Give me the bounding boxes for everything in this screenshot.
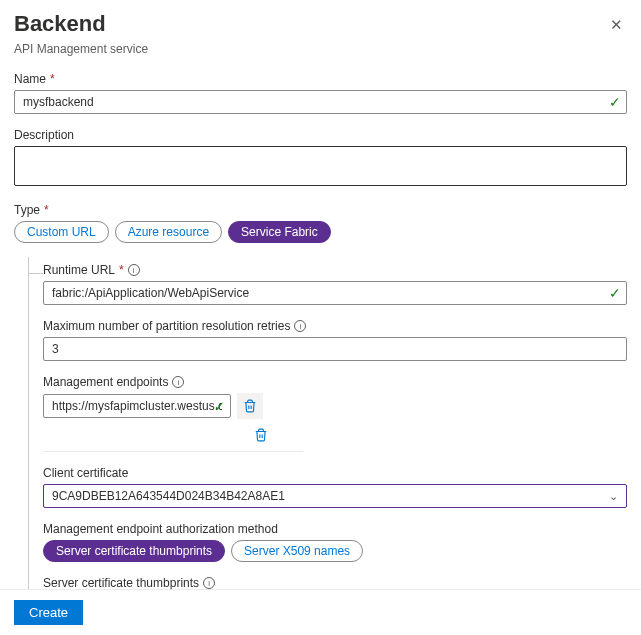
auth-pill-x509[interactable]: Server X509 names: [231, 540, 363, 562]
description-input[interactable]: [14, 146, 627, 186]
close-icon[interactable]: ✕: [606, 12, 627, 38]
panel-title: Backend: [14, 12, 106, 36]
runtime-url-label: Runtime URL* i: [43, 263, 627, 277]
runtime-url-input[interactable]: [43, 281, 627, 305]
type-label: Type*: [14, 203, 627, 217]
info-icon[interactable]: i: [172, 376, 184, 388]
auth-method-label: Management endpoint authorization method: [43, 522, 627, 536]
mgmt-endpoints-label: Management endpoints i: [43, 375, 627, 389]
description-label: Description: [14, 128, 627, 142]
trash-icon: [243, 399, 257, 413]
max-retries-label: Maximum number of partition resolution r…: [43, 319, 627, 333]
panel-subtitle: API Management service: [14, 42, 627, 56]
client-cert-select[interactable]: 9CA9DBEB12A643544D024B34B42A8AE1 ⌄: [43, 484, 627, 508]
divider: [43, 451, 303, 452]
chevron-down-icon: ⌄: [609, 490, 618, 503]
info-icon[interactable]: i: [203, 577, 215, 589]
type-pill-custom-url[interactable]: Custom URL: [14, 221, 109, 243]
mgmt-endpoint-input[interactable]: [43, 394, 231, 418]
add-endpoint-trash-button[interactable]: [247, 423, 275, 447]
info-icon[interactable]: i: [294, 320, 306, 332]
type-pill-azure-resource[interactable]: Azure resource: [115, 221, 222, 243]
auth-pill-thumbprints[interactable]: Server certificate thumbprints: [43, 540, 225, 562]
type-pill-service-fabric[interactable]: Service Fabric: [228, 221, 331, 243]
name-label: Name*: [14, 72, 627, 86]
server-thumbprints-label: Server certificate thumbprints i: [43, 576, 627, 590]
info-icon[interactable]: i: [128, 264, 140, 276]
client-cert-label: Client certificate: [43, 466, 627, 480]
name-input[interactable]: [14, 90, 627, 114]
delete-endpoint-button[interactable]: [237, 393, 263, 419]
trash-icon: [254, 428, 268, 442]
create-button[interactable]: Create: [14, 600, 83, 625]
max-retries-input[interactable]: [43, 337, 627, 361]
